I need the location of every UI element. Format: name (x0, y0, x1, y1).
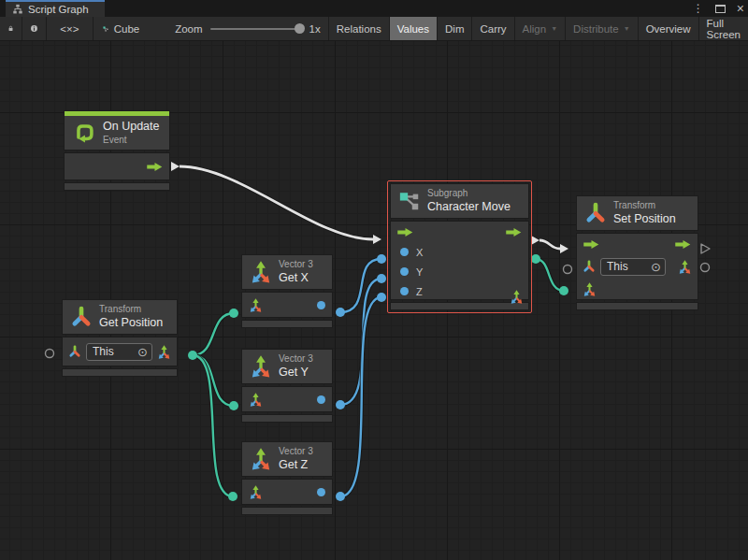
tab-script-graph[interactable]: Script Graph (6, 0, 105, 17)
node-title: Character Move (427, 200, 511, 215)
wire-vector-getposition-to-getz[interactable] (193, 355, 237, 501)
node-character-move[interactable]: Subgraph Character Move X Y Z (390, 183, 529, 310)
wire-exec-charactermove-to-setposition[interactable] (531, 236, 568, 253)
vector-input-port[interactable] (229, 401, 238, 410)
wire-exec-onupdate-to-charactermove[interactable] (171, 162, 381, 244)
float-port-dot[interactable] (400, 267, 409, 276)
transform-input-icon[interactable] (68, 345, 81, 358)
dim-button[interactable]: Dim (438, 17, 472, 40)
exec-input-port[interactable] (560, 244, 568, 253)
window-tab-bar: Script Graph ⋮ × (0, 0, 748, 17)
context-object-label[interactable]: Cube (114, 23, 140, 35)
vector3-input-icon[interactable] (249, 298, 263, 312)
this-field[interactable]: This ⊙ (600, 258, 666, 276)
node-on-update[interactable]: On Update Event (64, 110, 170, 191)
node-category: Transform (613, 200, 676, 212)
node-footer (390, 302, 529, 310)
distribute-label: Distribute (573, 23, 619, 35)
wire-float-getz-to-z[interactable] (336, 293, 386, 501)
distribute-dropdown[interactable]: Distribute ▼ (566, 17, 639, 40)
float-output-dot[interactable] (317, 301, 325, 309)
exec-output-port[interactable] (531, 236, 539, 245)
vector-input-port[interactable] (228, 492, 237, 501)
float-output-dot[interactable] (317, 488, 325, 496)
lock-button[interactable] (0, 17, 22, 40)
float-input-port-y[interactable] (377, 274, 386, 283)
float-output-port[interactable] (336, 492, 345, 501)
input-row-y[interactable]: Y (391, 262, 528, 281)
window-menu-icon[interactable]: ⋮ (693, 3, 704, 14)
vector3-icon (250, 355, 272, 378)
input-row-x[interactable]: X (391, 242, 528, 262)
transform-input-icon[interactable] (583, 260, 596, 273)
vector3-input-icon[interactable] (249, 485, 263, 499)
float-input-port-z[interactable] (377, 293, 386, 302)
unconnected-input-port-setposition[interactable] (564, 266, 572, 274)
target-icon[interactable]: ⊙ (137, 346, 148, 358)
float-output-port[interactable] (336, 400, 345, 409)
wire-vector-getposition-to-gety[interactable] (193, 355, 238, 410)
exec-in-arrow-icon[interactable] (397, 227, 413, 237)
node-footer (62, 368, 178, 377)
node-header: Vector 3 Get X (241, 254, 333, 290)
vector3-icon (250, 261, 272, 283)
exec-arrow-icon[interactable] (147, 162, 163, 172)
input-row-z[interactable]: Z (391, 281, 528, 301)
vector3-icon (250, 448, 272, 470)
exec-output-port[interactable] (171, 162, 180, 171)
vector3-input-icon[interactable] (583, 282, 597, 296)
vector3-output-icon[interactable] (678, 260, 692, 274)
wire-vector-getposition-to-getx[interactable] (193, 309, 238, 355)
float-output-port[interactable] (336, 308, 345, 317)
script-graph-icon (12, 4, 23, 15)
wire-float-getx-to-x[interactable] (336, 254, 386, 317)
unconnected-input-port-getposition[interactable] (46, 350, 54, 358)
exec-input-port[interactable] (373, 235, 381, 244)
node-title: Get Position (99, 316, 163, 331)
graph-inspector-button[interactable] (22, 17, 47, 40)
node-get-z[interactable]: Vector 3 Get Z (241, 441, 333, 515)
float-port-dot[interactable] (400, 287, 409, 295)
float-output-dot[interactable] (317, 395, 325, 404)
node-footer (241, 414, 333, 423)
this-field[interactable]: This ⊙ (86, 343, 152, 361)
carry-button[interactable]: Carry (472, 17, 514, 40)
preferences-button[interactable]: <×> (47, 17, 94, 40)
unconnected-exec-output-setposition[interactable] (701, 244, 710, 253)
close-icon[interactable]: × (737, 2, 744, 15)
vector3-output-icon[interactable] (157, 345, 171, 359)
chevron-down-icon: ▼ (624, 25, 630, 32)
node-get-position[interactable]: Transform Get Position This ⊙ (62, 299, 178, 377)
exec-in-arrow-icon[interactable] (583, 239, 599, 250)
vector3-input-icon[interactable] (249, 393, 263, 407)
zoom-slider-handle[interactable] (295, 23, 305, 34)
float-input-port-x[interactable] (377, 254, 386, 264)
vector-output-port[interactable] (531, 254, 540, 264)
node-set-position[interactable]: Transform Set Position This ⊙ (576, 195, 698, 310)
this-field-value: This (607, 260, 628, 273)
target-icon[interactable]: ⊙ (651, 261, 661, 273)
values-button[interactable]: Values (390, 17, 438, 40)
node-get-x[interactable]: Vector 3 Get X (241, 254, 333, 328)
float-port-dot[interactable] (400, 248, 409, 256)
align-dropdown[interactable]: Align ▼ (515, 17, 567, 40)
graph-toolbar: <×> Cube Zoom 1x Relations Values Dim Ca… (0, 17, 748, 41)
exec-out-arrow-icon[interactable] (506, 227, 522, 237)
fullscreen-button[interactable]: Full Screen (699, 17, 748, 40)
node-get-y[interactable]: Vector 3 Get Y (241, 349, 333, 423)
node-footer (241, 320, 333, 328)
vector-input-port[interactable] (229, 309, 238, 318)
exec-out-arrow-icon[interactable] (675, 239, 691, 250)
relations-button[interactable]: Relations (329, 17, 390, 40)
vector-output-port-getposition[interactable] (188, 351, 197, 360)
overview-button[interactable]: Overview (639, 17, 699, 40)
lock-icon (7, 22, 14, 36)
zoom-slider[interactable] (210, 28, 302, 30)
vector3-output-icon[interactable] (510, 290, 524, 304)
wire-vector-charactermove-to-setposition[interactable] (531, 254, 568, 295)
maximize-icon[interactable] (715, 5, 726, 13)
unconnected-value-output-setposition[interactable] (701, 264, 710, 272)
graph-canvas[interactable]: On Update Event Subgraph Character Move (0, 41, 748, 560)
vector-input-port[interactable] (559, 286, 568, 295)
tab-title: Script Graph (28, 4, 89, 15)
